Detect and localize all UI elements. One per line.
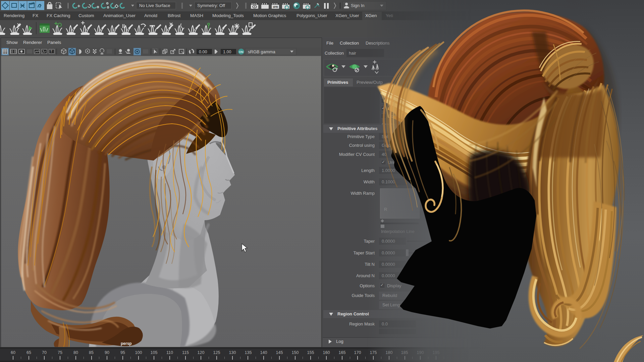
svg-text:140: 140 [260,350,267,355]
svg-text:No Live Surface: No Live Surface [139,3,170,8]
svg-text:IPR: IPR [273,5,278,9]
svg-text:135: 135 [245,350,252,355]
svg-text:90: 90 [105,350,109,355]
svg-text:100: 100 [135,350,142,355]
svg-text:75: 75 [58,350,62,355]
svg-text:145: 145 [276,350,283,355]
svg-text:120: 120 [198,350,205,355]
svg-text:1.00: 1.00 [223,50,231,54]
svg-text:T: T [50,50,52,53]
svg-text:115: 115 [182,350,189,355]
svg-text:110: 110 [166,350,173,355]
svg-text:130: 130 [229,350,236,355]
svg-text:ON: ON [239,50,244,54]
svg-text:65: 65 [26,350,31,355]
svg-text:125: 125 [213,350,220,355]
svg-text:160: 160 [323,350,330,355]
svg-text:155: 155 [307,350,314,355]
svg-text:105: 105 [151,350,158,355]
svg-text:150: 150 [292,350,299,355]
svg-text:persp: persp [121,341,132,346]
svg-text:80: 80 [73,350,78,355]
svg-text:95: 95 [120,350,125,355]
svg-text:60: 60 [11,350,15,355]
svg-text:0.00: 0.00 [199,50,207,54]
svg-text:85: 85 [89,350,94,355]
svg-text:Symmetry: Off: Symmetry: Off [197,3,225,8]
svg-text:70: 70 [42,350,47,355]
svg-text:sRGB gamma: sRGB gamma [248,49,275,54]
